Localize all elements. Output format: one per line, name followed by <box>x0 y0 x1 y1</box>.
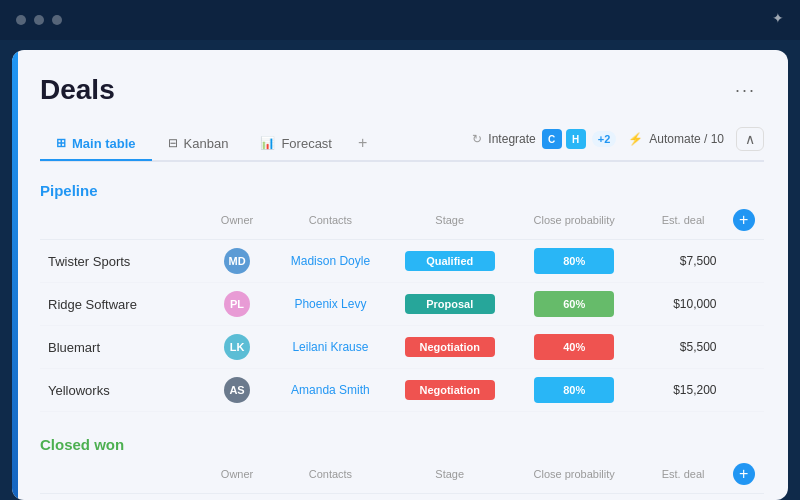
tab-kanban[interactable]: ⊟ Kanban <box>152 128 245 161</box>
th-owner-cw: Owner <box>206 463 268 494</box>
tab-forecast[interactable]: 📊 Forecast <box>244 128 348 161</box>
automate-button[interactable]: ⚡ Automate / 10 <box>628 132 724 146</box>
contact-cell: Leilani Krause <box>268 326 392 369</box>
th-estdeal: Est. deal <box>642 209 725 240</box>
deal-name: Ridge Software <box>40 283 206 326</box>
integrate-button[interactable]: ↻ Integrate C H +2 <box>472 129 616 149</box>
content-inner: Deals ··· ⊞ Main table ⊟ Kanban 📊 Foreca… <box>12 50 788 500</box>
deal-name: Sheleg Industries <box>40 494 206 501</box>
stage-badge: Negotiation <box>405 337 495 357</box>
closed-won-section-title: Closed won <box>40 436 764 453</box>
tabs-row: ⊞ Main table ⊟ Kanban 📊 Forecast + ↻ Int… <box>40 126 764 162</box>
owner-avatar: JA <box>206 494 268 501</box>
contact-link[interactable]: Leilani Krause <box>292 340 368 354</box>
est-deal-cell: $10,000 <box>642 283 725 326</box>
probability-bar: 40% <box>534 334 614 360</box>
est-deal-value: $5,500 <box>680 340 717 354</box>
pipeline-add-button[interactable]: + <box>733 209 755 231</box>
integrate-refresh-icon: ↻ <box>472 132 482 146</box>
th-deal-name-cw <box>40 463 206 494</box>
chevron-up-button[interactable]: ∧ <box>736 127 764 151</box>
contact-cell: Phoenix Levy <box>268 283 392 326</box>
tab-add[interactable]: + <box>348 126 377 162</box>
integrate-badge: +2 <box>592 131 617 147</box>
pipeline-table-header: Owner Contacts Stage Close probability E… <box>40 209 764 240</box>
probability-cell: 60% <box>507 283 642 326</box>
deal-name: Yelloworks <box>40 369 206 412</box>
table-row: Sheleg Industries JA Jamal Ayers Won 100… <box>40 494 764 501</box>
int-icon-h: H <box>566 129 586 149</box>
avatar: MD <box>224 248 250 274</box>
est-deal-value: $7,500 <box>680 254 717 268</box>
th-owner: Owner <box>206 209 268 240</box>
more-button[interactable]: ··· <box>727 76 764 105</box>
page-title: Deals <box>40 74 115 106</box>
table-row: Yelloworks AS Amanda Smith Negotiation 8… <box>40 369 764 412</box>
avatar: AS <box>224 377 250 403</box>
automate-icon: ⚡ <box>628 132 643 146</box>
dot-3 <box>52 15 62 25</box>
owner-avatar: LK <box>206 326 268 369</box>
th-prob: Close probability <box>507 209 642 240</box>
th-stage-cw: Stage <box>393 463 507 494</box>
th-add-cw: + <box>725 463 764 494</box>
contact-cell: Madison Doyle <box>268 240 392 283</box>
pipeline-table: Owner Contacts Stage Close probability E… <box>40 209 764 412</box>
th-prob-cw: Close probability <box>507 463 642 494</box>
stage-cell: Negotiation <box>393 326 507 369</box>
owner-avatar: MD <box>206 240 268 283</box>
probability-cell: 40% <box>507 326 642 369</box>
tab-main-table[interactable]: ⊞ Main table <box>40 128 152 161</box>
contact-link[interactable]: Madison Doyle <box>291 254 370 268</box>
probability-cell: 100% <box>507 494 642 501</box>
avatar: PL <box>224 291 250 317</box>
probability-cell: 80% <box>507 369 642 412</box>
deal-name: Bluemart <box>40 326 206 369</box>
stage-cell: Won <box>393 494 507 501</box>
top-bar <box>0 0 800 40</box>
tabs-right: ↻ Integrate C H +2 ⚡ Automate / 10 ∧ <box>472 127 764 159</box>
est-deal-value: $10,000 <box>673 297 716 311</box>
dot-1 <box>16 15 26 25</box>
stage-badge: Negotiation <box>405 380 495 400</box>
integrate-label: Integrate <box>488 132 535 146</box>
owner-avatar: AS <box>206 369 268 412</box>
integrate-icons: C H <box>542 129 586 149</box>
pipeline-table-body: Twister Sports MD Madison Doyle Qualifie… <box>40 240 764 412</box>
avatar: LK <box>224 334 250 360</box>
table-row: Bluemart LK Leilani Krause Negotiation 4… <box>40 326 764 369</box>
th-estdeal-cw: Est. deal <box>642 463 725 494</box>
stage-badge: Qualified <box>405 251 495 271</box>
owner-avatar: PL <box>206 283 268 326</box>
stage-badge: Proposal <box>405 294 495 314</box>
stage-cell: Proposal <box>393 283 507 326</box>
tab-main-table-label: Main table <box>72 136 136 151</box>
probability-bar: 80% <box>534 248 614 274</box>
pipeline-section-title: Pipeline <box>40 182 764 199</box>
main-table-icon: ⊞ <box>56 136 66 150</box>
closed-won-add-button[interactable]: + <box>733 463 755 485</box>
left-accent <box>12 50 18 500</box>
tab-forecast-label: Forecast <box>281 136 332 151</box>
contact-link[interactable]: Amanda Smith <box>291 383 370 397</box>
stage-cell: Negotiation <box>393 369 507 412</box>
est-deal-cell: $7,500 <box>642 240 725 283</box>
contact-link[interactable]: Phoenix Levy <box>294 297 366 311</box>
th-stage: Stage <box>393 209 507 240</box>
th-contacts-cw: Contacts <box>268 463 392 494</box>
stage-cell: Qualified <box>393 240 507 283</box>
table-row: Ridge Software PL Phoenix Levy Proposal … <box>40 283 764 326</box>
th-add: + <box>725 209 764 240</box>
table-row: Twister Sports MD Madison Doyle Qualifie… <box>40 240 764 283</box>
int-icon-c: C <box>542 129 562 149</box>
main-content: Deals ··· ⊞ Main table ⊟ Kanban 📊 Foreca… <box>12 50 788 500</box>
star-icon: ✦ <box>772 10 784 26</box>
probability-bar: 80% <box>534 377 614 403</box>
automate-label: Automate / 10 <box>649 132 724 146</box>
contact-cell: Amanda Smith <box>268 369 392 412</box>
probability-cell: 80% <box>507 240 642 283</box>
th-deal-name <box>40 209 206 240</box>
deal-name: Twister Sports <box>40 240 206 283</box>
page-header: Deals ··· <box>40 74 764 106</box>
tab-kanban-label: Kanban <box>184 136 229 151</box>
